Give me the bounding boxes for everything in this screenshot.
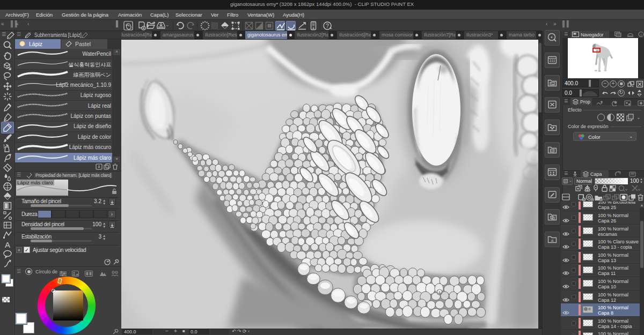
svg-text:A: A: [5, 240, 10, 249]
svg-text:a: a: [551, 238, 554, 243]
svg-text:?: ?: [326, 23, 329, 29]
